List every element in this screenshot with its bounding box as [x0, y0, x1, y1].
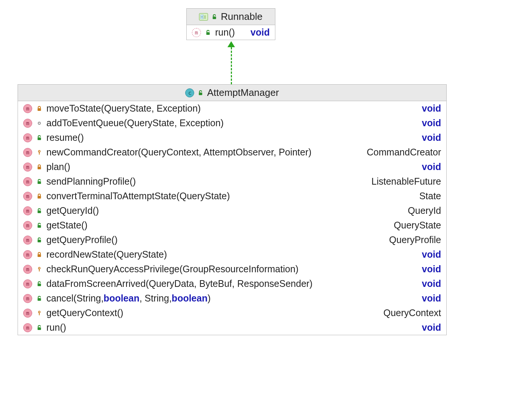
svg-point-22 [39, 311, 40, 313]
sig-token: State [419, 191, 441, 201]
member-row[interactable]: mgetState()QueryState [18, 218, 446, 233]
implements-arrow-head-icon [227, 41, 235, 47]
svg-rect-17 [38, 254, 41, 257]
member-signature: recordNewState(QueryState) [46, 249, 418, 260]
sig-token: resume() [46, 132, 84, 143]
method-icon: m [23, 279, 32, 288]
member-signature: convertTerminalToAttemptState(QueryState… [46, 191, 416, 201]
member-signature: getQueryProfile() [46, 234, 385, 245]
method-icon: m [23, 177, 32, 186]
protected-icon [36, 149, 43, 156]
member-row[interactable]: mrun()void [187, 25, 275, 40]
method-icon: m [192, 28, 201, 37]
private-icon [36, 193, 43, 200]
public-icon [36, 134, 43, 141]
member-return-type: void [422, 118, 441, 128]
sig-token: getQueryProfile() [46, 234, 117, 245]
member-row[interactable]: mcancel(String, boolean, String, boolean… [18, 291, 446, 306]
member-row[interactable]: mresume()void [18, 130, 446, 145]
sig-token: void [422, 264, 441, 274]
member-return-type: QueryState [394, 220, 441, 231]
member-row[interactable]: mgetQueryContext()QueryContext [18, 306, 446, 320]
member-row[interactable]: mgetQueryId()QueryId [18, 203, 446, 218]
member-signature: cancel(String, boolean, String, boolean) [46, 293, 418, 304]
sig-token: QueryProfile [389, 234, 441, 245]
svg-rect-12 [38, 181, 41, 184]
protected-icon [36, 310, 43, 316]
public-icon [205, 29, 211, 36]
public-icon [211, 13, 218, 20]
member-return-type: void [422, 293, 441, 304]
method-icon: m [23, 236, 32, 245]
member-row[interactable]: mcheckRunQueryAccessPrivilege(GroupResou… [18, 262, 446, 276]
method-icon: m [23, 221, 32, 230]
member-row[interactable]: mplan()void [18, 160, 446, 174]
interface-node-runnable[interactable]: I Runnable mrun()void [186, 8, 275, 40]
public-icon [36, 281, 43, 287]
member-return-type: QueryId [408, 205, 441, 216]
member-signature: moveToState(QueryState, Exception) [46, 103, 418, 114]
member-row[interactable]: mrun()void [18, 320, 446, 335]
sig-token: void [422, 249, 441, 260]
sig-token: ListenableFuture [372, 176, 441, 187]
sig-token: void [422, 161, 441, 172]
svg-rect-0 [201, 15, 203, 16]
private-icon [36, 251, 43, 258]
method-icon: m [23, 104, 32, 113]
protected-icon [36, 266, 43, 273]
member-row[interactable]: mgetQueryProfile()QueryProfile [18, 233, 446, 247]
member-row[interactable]: mrecordNewState(QueryState)void [18, 247, 446, 262]
sig-token: void [422, 132, 441, 143]
method-icon: m [23, 119, 32, 128]
interface-title: Runnable [221, 11, 262, 22]
svg-point-18 [39, 267, 40, 269]
method-icon: m [23, 309, 32, 318]
sig-token: moveToState(QueryState, Exception) [46, 103, 201, 114]
method-icon: m [23, 148, 32, 157]
member-return-type: CommandCreator [367, 147, 441, 158]
sig-token: run() [215, 27, 235, 38]
sig-token: recordNewState(QueryState) [46, 249, 167, 260]
method-icon: m [23, 163, 32, 172]
method-icon: m [23, 265, 32, 274]
sig-token: QueryContext [383, 307, 441, 318]
svg-rect-23 [39, 313, 40, 315]
interface-header: I Runnable [187, 9, 275, 25]
method-icon: m [23, 294, 32, 303]
public-icon [36, 295, 43, 302]
sig-token: convertTerminalToAttemptState(QueryState… [46, 191, 230, 201]
sig-token: void [422, 118, 441, 128]
svg-rect-19 [39, 269, 40, 272]
sig-token: void [422, 278, 441, 289]
sig-token: sendPlanningProfile() [46, 176, 136, 187]
sig-token: void [422, 293, 441, 303]
uml-diagram-canvas: I Runnable mrun()void c [0, 0, 532, 397]
member-return-type: State [419, 191, 441, 201]
svg-rect-24 [38, 327, 41, 330]
member-row[interactable]: msendPlanningProfile()ListenableFuture [18, 174, 446, 189]
member-return-type: void [422, 278, 441, 289]
public-icon [36, 237, 43, 243]
class-header: c AttemptManager [18, 85, 446, 101]
member-row[interactable]: maddToEventQueue(QueryState, Exception)v… [18, 116, 446, 130]
public-icon [36, 222, 43, 229]
member-return-type: ListenableFuture [372, 176, 441, 187]
class-node-attemptmanager[interactable]: c AttemptManager mmoveToState(QueryState… [18, 84, 447, 335]
implements-arrow-line [231, 47, 232, 84]
member-signature: resume() [46, 132, 418, 143]
sig-token: getState() [46, 220, 88, 231]
member-row[interactable]: mnewCommandCreator(QueryContext, Attempt… [18, 145, 446, 160]
sig-token: ) [208, 293, 211, 304]
member-row[interactable]: mconvertTerminalToAttemptState(QueryStat… [18, 189, 446, 203]
private-icon [36, 105, 43, 112]
svg-rect-21 [38, 298, 41, 301]
method-icon: m [23, 323, 32, 332]
svg-rect-1 [201, 17, 203, 19]
member-row[interactable]: mmoveToState(QueryState, Exception)void [18, 101, 446, 116]
member-row[interactable]: mdataFromScreenArrived(QueryData, ByteBu… [18, 276, 446, 291]
svg-rect-11 [38, 167, 41, 169]
sig-token: void [422, 322, 441, 333]
sig-token: CommandCreator [367, 147, 441, 157]
member-return-type: void [251, 27, 270, 38]
method-icon: m [23, 133, 32, 142]
